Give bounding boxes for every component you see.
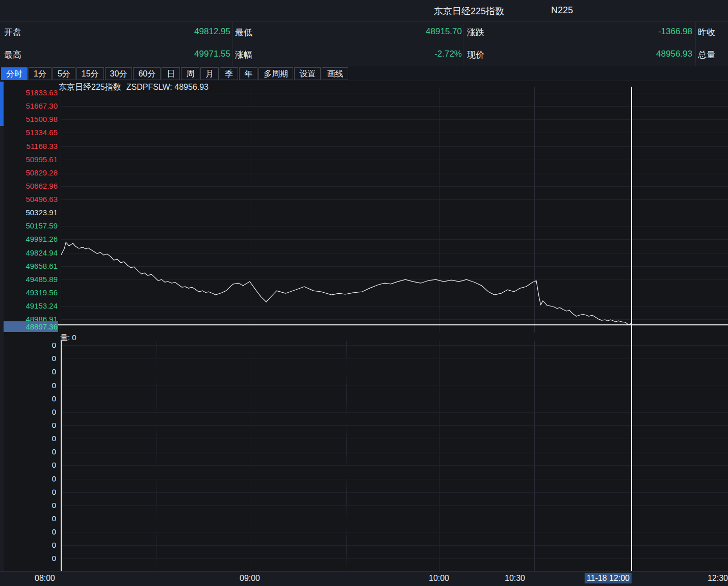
volume-gridline: [61, 492, 728, 493]
time-gridline: [534, 341, 535, 571]
period-tab-季[interactable]: 季: [220, 67, 238, 80]
volume-axis-line: [61, 341, 62, 571]
price-axis-tick: 51334.65: [0, 128, 58, 137]
price-axis-tick: 49658.61: [0, 262, 58, 271]
volume-gridline: [61, 386, 728, 386]
volume-axis-tick: 0: [0, 501, 56, 510]
period-tab-年[interactable]: 年: [239, 67, 257, 80]
price-axis-tick: 49824.94: [0, 248, 58, 258]
period-tab-月[interactable]: 月: [200, 67, 219, 80]
volume-gridline: [61, 412, 728, 413]
volume-axis-tick: 0: [0, 421, 56, 430]
price-axis-tick: 49319.56: [0, 288, 58, 297]
volume-gridline: [61, 558, 728, 559]
price-axis-tick: 49485.89: [0, 275, 58, 284]
volume-axis-tick: 0: [0, 541, 56, 550]
stats-row-2: 最高 49971.55 涨幅 -2.72% 现价 48956.93 总量: [0, 49, 728, 62]
high-label: 最高: [4, 49, 21, 61]
scrollbar-thumb[interactable]: [0, 82, 4, 126]
crosshair-vertical-line: [631, 87, 632, 571]
period-tab-周[interactable]: 周: [181, 67, 199, 80]
period-tab-分时[interactable]: 分时: [1, 67, 28, 80]
volume-axis-tick: 0: [0, 514, 56, 523]
period-tab-15分[interactable]: 15分: [76, 67, 104, 80]
volume-axis-tick: 0: [0, 434, 56, 443]
time-gridline: [439, 341, 439, 571]
period-tab-60分[interactable]: 60分: [133, 67, 161, 80]
time-axis-tick: 08:00: [35, 574, 55, 583]
volume-axis-tick: 0: [0, 407, 56, 417]
chart-region[interactable]: 东京日经225指数ZSDPFSLW: 48956.93 51833.635166…: [0, 81, 728, 571]
volume-gridline: [61, 519, 728, 519]
price-axis-tick: 50829.28: [0, 168, 58, 177]
volume-axis-tick: 0: [0, 354, 56, 363]
volume-gridline: [61, 465, 728, 466]
volume-axis-tick: 0: [0, 488, 56, 497]
change-pct-label: 涨幅: [235, 49, 252, 61]
volume-header: 量: 0: [60, 333, 76, 343]
time-axis-tick: 10:30: [505, 574, 525, 583]
price-axis-tick: 51667.30: [0, 101, 58, 111]
volume-gridline: [61, 505, 728, 506]
volume-axis-tick: 0: [0, 474, 56, 483]
last-price-value: 48956.93: [581, 49, 692, 59]
time-axis-tick: 10:00: [429, 574, 449, 583]
volume-gridline: [61, 452, 728, 452]
price-axis-tick: 49991.26: [0, 235, 58, 244]
quote-stats-panel: 开盘 49812.95 最低 48915.70 涨跌 -1366.98 昨收 最…: [0, 21, 728, 66]
price-axis-tick: 50662.96: [0, 182, 58, 191]
open-label: 开盘: [4, 27, 21, 38]
prev-close-label: 昨收: [698, 27, 715, 38]
period-tab-设置[interactable]: 设置: [294, 67, 321, 80]
price-axis-tick: 51500.98: [0, 115, 58, 124]
volume-axis-tick: 0: [0, 394, 56, 403]
price-axis-tick: 50157.59: [0, 221, 58, 231]
instrument-symbol: N225: [551, 5, 573, 16]
open-value: 49812.95: [122, 27, 230, 37]
volume-axis-tick: 0: [0, 527, 56, 537]
price-axis-tick: 50323.91: [0, 208, 58, 217]
crosshair-horizontal-line: [58, 324, 728, 325]
volume-gridline: [61, 345, 728, 346]
period-tab-多周期[interactable]: 多周期: [258, 67, 293, 80]
chart-info-line: 东京日经225指数ZSDPFSLW: 48956.93: [59, 82, 209, 93]
time-gridline: [346, 341, 347, 571]
volume-gridline: [61, 372, 728, 372]
price-axis-tick: 50496.63: [0, 195, 58, 204]
time-axis-tick: 12:30: [708, 574, 728, 583]
title-bar: 东京日经225指数 N225: [0, 0, 728, 21]
volume-gridline: [61, 532, 728, 532]
volume-gridline: [61, 399, 728, 399]
period-tab-30分[interactable]: 30分: [105, 67, 133, 80]
volume-axis-tick: 0: [0, 554, 56, 563]
chart-info-quote: ZSDPFSLW: 48956.93: [126, 83, 209, 91]
volume-gridline: [61, 479, 728, 479]
instrument-title: 东京日经225指数: [434, 5, 504, 17]
low-label: 最低: [235, 27, 252, 38]
volume-gridline: [61, 439, 728, 439]
vertical-scrollbar[interactable]: [0, 81, 4, 571]
volume-gridline: [61, 425, 728, 426]
time-gridline: [250, 341, 250, 571]
volume-gridline: [61, 359, 728, 359]
stats-row-1: 开盘 49812.95 最低 48915.70 涨跌 -1366.98 昨收: [0, 27, 728, 40]
volume-axis-tick: 0: [0, 367, 56, 376]
price-axis-tick: 50995.61: [0, 155, 58, 164]
trading-app-window: 东京日经225指数 N225 开盘 49812.95 最低 48915.70 涨…: [0, 0, 728, 586]
price-axis-tick: 51833.63: [0, 88, 58, 97]
period-tab-日[interactable]: 日: [162, 67, 180, 80]
volume-axis-tick: 0: [0, 447, 56, 456]
period-tab-bar: 分时1分5分15分30分60分日周月季年多周期设置画线: [0, 66, 728, 81]
chart-info-name: 东京日经225指数: [59, 83, 121, 91]
price-line-chart[interactable]: [61, 87, 728, 337]
time-axis-tick: 11-18 12:00: [585, 573, 632, 583]
last-price-label: 现价: [467, 49, 484, 61]
change-label: 涨跌: [467, 27, 484, 38]
price-line: [61, 242, 632, 324]
high-value: 49971.55: [122, 49, 230, 59]
period-tab-1分[interactable]: 1分: [29, 67, 51, 80]
time-gridline: [157, 341, 158, 571]
period-tab-5分[interactable]: 5分: [53, 67, 75, 80]
period-tab-画线[interactable]: 画线: [322, 67, 348, 80]
price-highlight-tag: 48897.36: [0, 321, 58, 332]
